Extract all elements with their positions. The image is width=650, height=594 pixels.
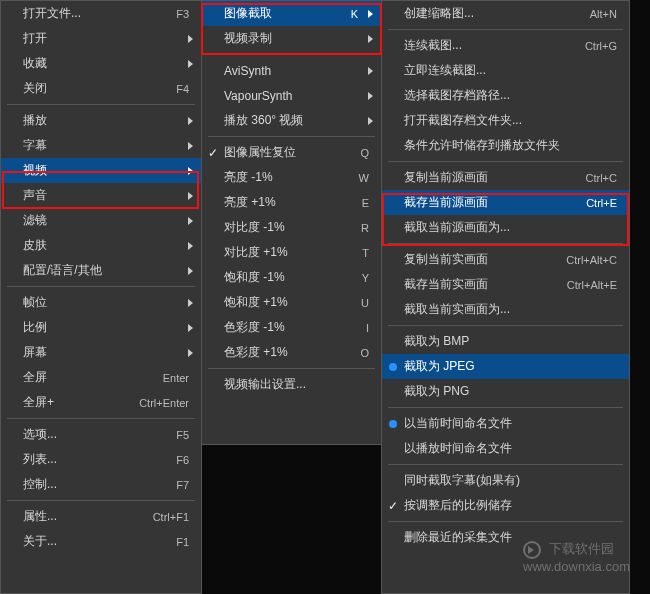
- menu-item[interactable]: 选择截图存档路径...: [382, 83, 629, 108]
- menu-item-shortcut: U: [361, 297, 373, 309]
- menu-item[interactable]: 屏幕: [1, 340, 201, 365]
- menu-item[interactable]: 截取为 PNG: [382, 379, 629, 404]
- menu-item[interactable]: 截存当前实画面Ctrl+Alt+E: [382, 272, 629, 297]
- menu-item-label: 屏幕: [23, 344, 182, 361]
- menu-item[interactable]: 播放 360° 视频: [202, 108, 381, 133]
- menu-item-label: 帧位: [23, 294, 182, 311]
- menu-item-shortcut: F4: [176, 83, 193, 95]
- menu-item[interactable]: ✓按调整后的比例储存: [382, 493, 629, 518]
- menu-item[interactable]: 控制...F7: [1, 472, 201, 497]
- menu-item-label: 视频: [23, 162, 182, 179]
- submenu-arrow-icon: [188, 60, 193, 68]
- menu-item[interactable]: 播放: [1, 108, 201, 133]
- menu-item[interactable]: 亮度 -1%W: [202, 165, 381, 190]
- menu-item[interactable]: 截取为 JPEG: [382, 354, 629, 379]
- menu-item[interactable]: 截存当前源画面Ctrl+E: [382, 190, 629, 215]
- watermark-brand: 下载软件园: [549, 541, 614, 556]
- menu-item[interactable]: 截取当前实画面为...: [382, 297, 629, 322]
- menu-item-shortcut: I: [366, 322, 373, 334]
- menu-item[interactable]: 配置/语言/其他: [1, 258, 201, 283]
- menu-item[interactable]: 全屏Enter: [1, 365, 201, 390]
- menu-item[interactable]: 复制当前源画面Ctrl+C: [382, 165, 629, 190]
- menu-item-label: 复制当前源画面: [404, 169, 586, 186]
- menu-item[interactable]: 打开: [1, 26, 201, 51]
- menu-item[interactable]: ✓图像属性复位Q: [202, 140, 381, 165]
- menu-item-label: 以当前时间命名文件: [404, 415, 621, 432]
- submenu-arrow-icon: [188, 142, 193, 150]
- menu-separator: [388, 29, 623, 30]
- menu-item[interactable]: 亮度 +1%E: [202, 190, 381, 215]
- menu-item-label: 收藏: [23, 55, 182, 72]
- menu-item[interactable]: 属性...Ctrl+F1: [1, 504, 201, 529]
- menu-item[interactable]: VapourSynth: [202, 83, 381, 108]
- menu-item[interactable]: 比例: [1, 315, 201, 340]
- menu-item[interactable]: 打开文件...F3: [1, 1, 201, 26]
- menu-item[interactable]: 全屏+Ctrl+Enter: [1, 390, 201, 415]
- menu-item[interactable]: 帧位: [1, 290, 201, 315]
- menu-item[interactable]: 视频输出设置...: [202, 372, 381, 397]
- menu-item-label: 打开文件...: [23, 5, 176, 22]
- menu-item[interactable]: 对比度 -1%R: [202, 215, 381, 240]
- menu-item-shortcut: Ctrl+F1: [153, 511, 193, 523]
- menu-item-shortcut: W: [359, 172, 373, 184]
- menu-item[interactable]: 图像截取K: [202, 1, 381, 26]
- menu-item[interactable]: 截取为 BMP: [382, 329, 629, 354]
- menu-item-label: 全屏+: [23, 394, 139, 411]
- menu-item[interactable]: 视频: [1, 158, 201, 183]
- submenu-arrow-icon: [188, 117, 193, 125]
- menu-item-label: 同时截取字幕(如果有): [404, 472, 621, 489]
- menu-item[interactable]: 字幕: [1, 133, 201, 158]
- menu-item[interactable]: 视频录制: [202, 26, 381, 51]
- menu-item-shortcut: Alt+N: [590, 8, 621, 20]
- menu-item-shortcut: F6: [176, 454, 193, 466]
- menu-item[interactable]: 打开截图存档文件夹...: [382, 108, 629, 133]
- menu-separator: [388, 325, 623, 326]
- menu-item-label: 视频输出设置...: [224, 376, 373, 393]
- menu-item[interactable]: 以播放时间命名文件: [382, 436, 629, 461]
- menu-item-label: AviSynth: [224, 64, 362, 78]
- menu-item-label: 皮肤: [23, 237, 182, 254]
- menu-item[interactable]: 饱和度 -1%Y: [202, 265, 381, 290]
- menu-item[interactable]: 立即连续截图...: [382, 58, 629, 83]
- menu-item[interactable]: 色彩度 -1%I: [202, 315, 381, 340]
- menu-item-label: 色彩度 +1%: [224, 344, 360, 361]
- menu-item[interactable]: 连续截图...Ctrl+G: [382, 33, 629, 58]
- menu-item[interactable]: 关闭F4: [1, 76, 201, 101]
- menu-item-shortcut: Ctrl+Enter: [139, 397, 193, 409]
- menu-column-1: 打开文件...F3打开收藏关闭F4播放字幕视频声音滤镜皮肤配置/语言/其他帧位比…: [0, 0, 202, 594]
- menu-item-shortcut: F3: [176, 8, 193, 20]
- menu-item[interactable]: 皮肤: [1, 233, 201, 258]
- menu-item-label: 打开: [23, 30, 182, 47]
- menu-item[interactable]: 对比度 +1%T: [202, 240, 381, 265]
- menu-item[interactable]: 关于...F1: [1, 529, 201, 554]
- submenu-arrow-icon: [188, 167, 193, 175]
- menu-item[interactable]: 同时截取字幕(如果有): [382, 468, 629, 493]
- menu-item[interactable]: 复制当前实画面Ctrl+Alt+C: [382, 247, 629, 272]
- menu-separator: [388, 161, 623, 162]
- menu-item[interactable]: 条件允许时储存到播放文件夹: [382, 133, 629, 158]
- watermark-url: www.downxia.com: [523, 559, 630, 574]
- menu-item-label: 列表...: [23, 451, 176, 468]
- menu-item[interactable]: 以当前时间命名文件: [382, 411, 629, 436]
- menu-item[interactable]: 创建缩略图...Alt+N: [382, 1, 629, 26]
- menu-item[interactable]: 截取当前源画面为...: [382, 215, 629, 240]
- menu-item-label: 全屏: [23, 369, 163, 386]
- menu-item-label: 截取为 JPEG: [404, 358, 621, 375]
- menu-item[interactable]: 收藏: [1, 51, 201, 76]
- menu-item[interactable]: 列表...F6: [1, 447, 201, 472]
- submenu-arrow-icon: [188, 192, 193, 200]
- menu-item-label: 截取为 PNG: [404, 383, 621, 400]
- menu-item[interactable]: 滤镜: [1, 208, 201, 233]
- menu-item-label: 声音: [23, 187, 182, 204]
- menu-item-label: 播放: [23, 112, 182, 129]
- menu-item[interactable]: 色彩度 +1%O: [202, 340, 381, 365]
- menu-item-shortcut: Y: [362, 272, 373, 284]
- check-icon: ✓: [208, 146, 218, 160]
- radio-dot-icon: [389, 420, 397, 428]
- menu-item[interactable]: 声音: [1, 183, 201, 208]
- menu-item-label: 选择截图存档路径...: [404, 87, 621, 104]
- menu-item[interactable]: 饱和度 +1%U: [202, 290, 381, 315]
- menu-item-label: 按调整后的比例储存: [404, 497, 621, 514]
- menu-item[interactable]: AviSynth: [202, 58, 381, 83]
- menu-item[interactable]: 选项...F5: [1, 422, 201, 447]
